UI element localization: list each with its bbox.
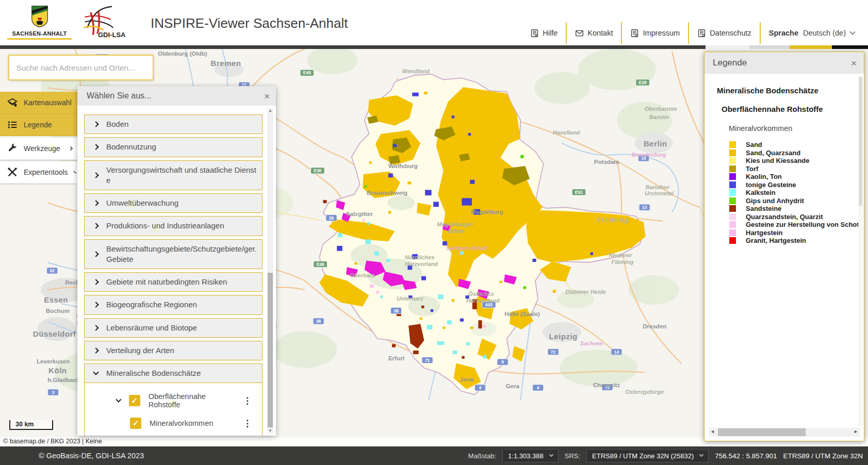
layers-icon (7, 97, 18, 108)
layer-row[interactable]: ✓ Oberflächennahe Rohstoffe ⋮ (85, 389, 262, 412)
scroll-down-icon[interactable]: ▼ (267, 428, 273, 433)
chevron-right-icon (93, 223, 99, 229)
layer-group-item[interactable]: Umweltüberwachung (84, 193, 263, 213)
close-icon[interactable]: × (264, 91, 270, 101)
sidebar-item-label: Expertentools (24, 168, 68, 176)
scale-select[interactable]: 1:1.303.388 (502, 449, 559, 462)
layer-group-item-expanded[interactable]: Mineralische Bodenschätze (84, 363, 263, 383)
gdi-lsa-logo: GDI-LSA (83, 4, 132, 42)
nav-link-hilfe[interactable]: Hilfe (522, 29, 566, 38)
legend-swatch (729, 165, 736, 172)
scrollbar-thumb[interactable] (268, 273, 273, 427)
legend-item: tonige Gesteine (729, 181, 861, 189)
sidebar-item-legende[interactable]: Legende (0, 114, 77, 136)
layer-group-item[interactable]: Produktions- und Industrieanlagen (84, 216, 263, 236)
scroll-up-icon[interactable]: ▲ (267, 108, 273, 113)
map-label: Östliches (468, 291, 494, 297)
legend-item-label: Gesteine zur Herstellung von Schott (746, 221, 861, 228)
scrollbar-thumb[interactable] (859, 77, 862, 206)
chevron-down-icon (699, 453, 703, 457)
legend-vertical-scrollbar[interactable] (858, 76, 863, 426)
sidebar-item-kartenauswahl[interactable]: Kartenauswahl (0, 92, 77, 114)
wrench-icon (7, 143, 18, 154)
legend-item: Torf (729, 165, 861, 173)
legend-panel: Legende × Mineralische Bodenschätze Ober… (704, 52, 864, 441)
map-label: Köln (48, 366, 67, 375)
legend-item: Sandsteine (729, 205, 861, 213)
legend-item-label: Hartgestein (746, 229, 783, 237)
road-badge: 72 (548, 348, 559, 355)
map-label: Braunschweig (367, 190, 407, 196)
cursor-coordinates-srs: ETRS89 / UTM Zone 32N (783, 452, 863, 460)
legend-swatch (729, 189, 736, 196)
map-label: Oberbarnim (645, 106, 677, 112)
chevron-down-icon (93, 369, 99, 375)
map-label: Oldenburg (Oldb) (158, 51, 207, 57)
scale-label: Maßstab: (468, 452, 496, 460)
layer-group-item[interactable]: Bodennutzung (84, 137, 263, 157)
app-header: SACHSEN-ANHALT GDI-LSA INSPIRE-Viewer Sa… (0, 0, 868, 45)
sidebar-item-expertentools[interactable]: Expertentools (0, 161, 77, 184)
layer-checkbox[interactable]: ✓ (130, 418, 141, 429)
layer-row[interactable]: ✓ Mineralvorkommen ⋮ (85, 412, 262, 435)
layer-group-item[interactable]: Verteilung der Arten (84, 341, 263, 360)
imprint-icon (630, 29, 639, 38)
search-input[interactable] (8, 55, 154, 80)
svg-text:3: 3 (52, 390, 55, 395)
language-selector[interactable]: Sprache Deutsch (de) (761, 29, 857, 37)
layer-group-item[interactable]: Biogeografische Regionen (84, 295, 263, 314)
layer-group-label: Bewirtschaftungsgebiete/Schutzgebiete/ge… (106, 244, 257, 265)
svg-text:52: 52 (50, 268, 55, 273)
logo-underline (7, 38, 72, 40)
privacy-icon (697, 29, 706, 38)
nav-link-impressum[interactable]: Impressum (622, 29, 688, 38)
layer-group-item[interactable]: Lebensräume und Biotope (84, 318, 263, 338)
layer-group-item[interactable]: Versorgungswirtschaft und staatliche Die… (84, 160, 263, 191)
legend-item-label: Kies und Kiessande (746, 157, 810, 164)
sidebar-item-werkzeuge[interactable]: Werkzeuge (0, 138, 77, 160)
map-label: Havelland (553, 129, 580, 136)
legend-horizontal-scrollbar[interactable]: ◄ ► (709, 428, 860, 437)
layer-group-item[interactable]: Gebiete mit naturbedingten Risiken (84, 272, 263, 292)
nav-link-kontakt[interactable]: Kontakt (567, 29, 621, 38)
kebab-menu-icon[interactable]: ⋮ (243, 395, 252, 406)
scroll-right-icon[interactable]: ► (854, 429, 858, 434)
map-label: Baruther (645, 184, 669, 190)
layer-selection-panel: Wählen Sie aus... × BodenBodennutzungVer… (77, 86, 276, 436)
layer-checkbox[interactable]: ✓ (129, 395, 140, 406)
map-label: Wendland (402, 68, 430, 74)
layer-group-item[interactable]: Bewirtschaftungsgebiete/Schutzgebiete/ge… (84, 239, 263, 270)
status-bar: © GeoBasis-DE, GDI-LSA 2023 Maßstab: 1:1… (0, 446, 868, 465)
map-label: Gera (506, 383, 520, 389)
chevron-down-icon (549, 453, 553, 457)
map-label: Brandenburg (632, 152, 666, 158)
mail-icon (575, 29, 584, 38)
map-label: Niederer (609, 252, 632, 258)
srs-select[interactable]: ETRS89 / UTM Zone 32N (25832) (586, 449, 709, 462)
road-badge: 52 (47, 268, 58, 274)
kebab-menu-icon[interactable]: ⋮ (243, 418, 252, 429)
nav-link-datenschutz[interactable]: Datenschutz (689, 29, 760, 38)
map-label: Börde (448, 228, 465, 234)
svg-text:14: 14 (614, 350, 619, 355)
legend-item-label: Kaolin, Ton (746, 173, 782, 180)
scroll-left-icon[interactable]: ◄ (710, 429, 715, 434)
map-label: Leipzig (549, 332, 578, 341)
sachsen-anhalt-logo-text: SACHSEN-ANHALT (7, 30, 72, 37)
chevron-down-icon (849, 29, 855, 35)
svg-text:E45: E45 (317, 262, 324, 267)
legend-item-label: Sand, Quarzsand (746, 149, 800, 157)
scrollbar-thumb[interactable] (718, 428, 806, 436)
legend-item-label: Kalkstein (746, 189, 776, 196)
layer-group-item[interactable]: Boden (84, 114, 263, 134)
legend-item: Sand (729, 141, 861, 149)
road-badge: E45 (300, 70, 314, 76)
close-icon[interactable]: × (851, 58, 857, 68)
legend-item: Kies und Kiessande (729, 157, 861, 165)
selection-panel-scrollbar[interactable]: ▲ ▼ (267, 108, 273, 434)
selection-panel-body: BodenBodennutzungVersorgungswirtschaft u… (77, 106, 265, 436)
legend-item-label: Torf (746, 165, 758, 173)
svg-text:4: 4 (537, 385, 539, 390)
map-label: Nördliches (405, 254, 434, 260)
chevron-down-icon (116, 397, 121, 403)
